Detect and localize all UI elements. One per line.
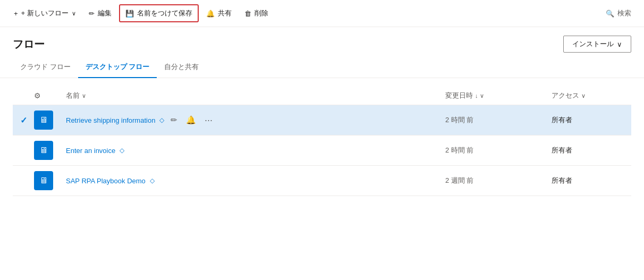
row2-icon-cell: 🖥 <box>34 141 66 160</box>
header-modified[interactable]: 変更日時 ↓ ∨ <box>445 91 552 100</box>
row1-actions: ✏ 🔔 ⋯ <box>168 113 215 127</box>
diamond-icon: ◇ <box>120 147 124 154</box>
delete-icon: 🗑 <box>244 10 251 18</box>
search-button[interactable]: 🔍 検索 <box>601 6 635 20</box>
header-modified-sort-icon: ↓ ∨ <box>475 92 484 99</box>
share-label: 共有 <box>218 9 232 18</box>
header-modified-label: 変更日時 <box>445 91 473 100</box>
row1-name-link[interactable]: Retrieve shipping information <box>66 116 155 124</box>
header-name-label: 名前 <box>66 91 80 100</box>
row1-access: 所有者 <box>552 115 631 125</box>
install-label: インストール <box>572 39 614 49</box>
row1-flow-name: Retrieve shipping information ◇ <box>66 116 164 124</box>
new-flow-button[interactable]: + + 新しいフロー ∨ <box>9 5 81 21</box>
edit-label: 編集 <box>98 9 112 18</box>
share-icon: 🔔 <box>206 10 215 18</box>
row2-name-link[interactable]: Enter an invoice <box>66 147 115 155</box>
row2-access: 所有者 <box>552 146 631 155</box>
flow-icon: 🖥 <box>34 111 53 130</box>
new-flow-label: + 新しいフロー <box>21 9 69 18</box>
flow-icon: 🖥 <box>34 141 53 160</box>
toolbar: + + 新しいフロー ∨ ✏ 編集 💾 名前をつけて保存 🔔 共有 🗑 削除 🔍… <box>0 0 644 27</box>
row1-modified: 2 時間 前 <box>445 115 552 125</box>
header-access-sort-icon: ∨ <box>581 92 586 99</box>
header-name[interactable]: 名前 ∨ <box>66 91 445 100</box>
header-access[interactable]: アクセス ∨ <box>552 91 631 100</box>
table-row: 🖥 Enter an invoice ◇ 2 時間 前 所有者 <box>13 135 631 166</box>
diamond-icon: ◇ <box>159 116 164 124</box>
more-icon: ⋯ <box>205 115 213 124</box>
search-icon: 🔍 <box>606 10 614 18</box>
table-row: ✓ 🖥 Retrieve shipping information ◇ ✏ 🔔 … <box>13 105 631 135</box>
header-icon: ⚙ <box>34 91 66 100</box>
share-button[interactable]: 🔔 共有 <box>201 5 237 21</box>
row1-icon-cell: 🖥 <box>34 111 66 130</box>
edit-icon: ✏ <box>89 10 95 18</box>
save-icon: 💾 <box>125 10 134 18</box>
row3-modified: 2 週間 前 <box>445 176 552 185</box>
row2-modified: 2 時間 前 <box>445 146 552 155</box>
tabs-container: クラウド フロー デスクトップ フロー 自分と共有 <box>0 57 644 78</box>
save-as-button[interactable]: 💾 名前をつけて保存 <box>119 4 199 22</box>
row3-name-cell: SAP RPA Playbook Demo ◇ <box>66 177 445 185</box>
pencil-icon: ✏ <box>171 115 177 124</box>
header-name-sort-icon: ∨ <box>82 92 86 99</box>
row3-access: 所有者 <box>552 176 631 185</box>
row1-name-cell: Retrieve shipping information ◇ ✏ 🔔 ⋯ <box>66 113 445 127</box>
search-label: 検索 <box>617 9 631 18</box>
page-title: フロー <box>13 37 45 52</box>
new-flow-chevron: ∨ <box>72 10 76 17</box>
install-chevron-icon: ∨ <box>617 40 622 48</box>
table-header: ⚙ 名前 ∨ 変更日時 ↓ ∨ アクセス ∨ <box>13 87 631 105</box>
desktop-flow-icon: 🖥 <box>39 176 48 185</box>
plus-icon: + <box>14 10 18 18</box>
row2-name-cell: Enter an invoice ◇ <box>66 147 445 155</box>
tab-cloud[interactable]: クラウド フロー <box>13 57 78 78</box>
flow-table: ⚙ 名前 ∨ 変更日時 ↓ ∨ アクセス ∨ ✓ 🖥 Retrieve ship… <box>0 87 644 196</box>
desktop-flow-icon: 🖥 <box>39 146 48 155</box>
delete-label: 削除 <box>255 9 268 18</box>
row3-icon-cell: 🖥 <box>34 171 66 190</box>
row1-check: ✓ <box>13 115 34 125</box>
install-button[interactable]: インストール ∨ <box>563 36 631 53</box>
delete-button[interactable]: 🗑 削除 <box>239 5 274 21</box>
checkmark-icon: ✓ <box>20 115 27 125</box>
save-as-label: 名前をつけて保存 <box>137 9 192 18</box>
flow-icon: 🖥 <box>34 171 53 190</box>
page-header: フロー インストール ∨ <box>0 27 644 57</box>
header-access-label: アクセス <box>552 91 579 100</box>
tab-desktop[interactable]: デスクトップ フロー <box>78 57 157 78</box>
bell-icon: 🔔 <box>186 115 196 124</box>
tab-shared[interactable]: 自分と共有 <box>157 57 206 78</box>
diamond-icon: ◇ <box>150 177 155 184</box>
edit-button[interactable]: ✏ 編集 <box>83 5 117 21</box>
row1-edit-button[interactable]: ✏ <box>168 113 180 127</box>
row1-share-button[interactable]: 🔔 <box>184 113 198 127</box>
desktop-flow-icon: 🖥 <box>39 115 48 125</box>
row1-more-button[interactable]: ⋯ <box>202 113 215 127</box>
row3-name-link[interactable]: SAP RPA Playbook Demo <box>66 177 146 185</box>
table-row: 🖥 SAP RPA Playbook Demo ◇ 2 週間 前 所有者 <box>13 166 631 196</box>
